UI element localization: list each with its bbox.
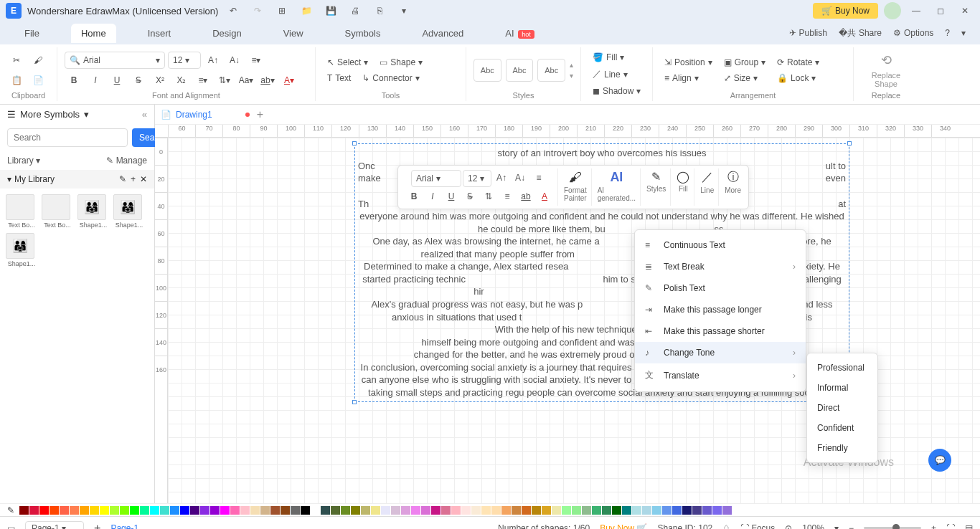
color-swatch[interactable] — [270, 506, 280, 515]
share-button[interactable]: �共 Share — [839, 27, 882, 39]
italic-button[interactable]: I — [86, 72, 105, 89]
library-dropdown[interactable]: Library ▾ — [7, 156, 40, 166]
collapse-ribbon-button[interactable]: ▾ — [961, 28, 966, 38]
shape-item[interactable]: Text Bo... — [42, 194, 73, 229]
color-swatch[interactable] — [622, 506, 631, 515]
resize-handle[interactable] — [352, 141, 357, 146]
float-align[interactable]: ≡ — [530, 170, 547, 186]
line-button[interactable]: ／ Line▾ — [588, 67, 645, 82]
chat-button[interactable]: 💬 — [928, 449, 951, 472]
tone-professional[interactable]: Professional — [807, 358, 877, 378]
color-swatch[interactable] — [682, 506, 692, 515]
color-swatch[interactable] — [391, 506, 400, 515]
undo-button[interactable]: ↶ — [224, 1, 242, 20]
strike-button[interactable]: S̶ — [129, 72, 148, 89]
shape-item[interactable]: Shape1... — [77, 194, 109, 229]
color-swatch[interactable] — [602, 506, 611, 515]
highlight-button[interactable]: ab▾ — [258, 72, 277, 89]
color-swatch[interactable] — [481, 506, 491, 515]
symbol-search-input[interactable] — [7, 128, 128, 147]
zoom-out[interactable]: − — [849, 523, 854, 530]
float-styles[interactable]: ✎Styles — [642, 168, 671, 206]
color-swatch[interactable] — [70, 506, 79, 515]
color-swatch[interactable] — [321, 506, 330, 515]
color-swatch[interactable] — [642, 506, 651, 515]
buy-now-mini[interactable]: Buy Now 🛒 — [600, 523, 647, 530]
page-tab[interactable]: Page-1 — [110, 523, 138, 530]
color-swatch[interactable] — [291, 506, 300, 515]
float-underline[interactable]: U — [443, 189, 460, 204]
color-swatch[interactable] — [341, 506, 350, 515]
layers-icon[interactable]: ♢ — [722, 523, 730, 530]
open-button[interactable]: 📁 — [297, 1, 316, 20]
font-color-button[interactable]: A▾ — [280, 72, 298, 89]
float-line[interactable]: ／Line — [696, 168, 719, 206]
color-swatch[interactable] — [431, 506, 440, 515]
tab-design[interactable]: Design — [202, 24, 251, 43]
canvas[interactable]: story of an introvert boy who overcomes … — [168, 138, 980, 503]
color-swatch[interactable] — [572, 506, 581, 515]
color-swatch[interactable] — [491, 506, 501, 515]
new-tab-button[interactable]: + — [257, 108, 263, 121]
color-swatch[interactable] — [451, 506, 461, 515]
float-ai-button[interactable]: AI AI generated... — [593, 168, 641, 206]
close-button[interactable]: ✕ — [956, 1, 974, 20]
float-more[interactable]: ⓘMore — [720, 168, 745, 206]
color-swatch[interactable] — [501, 506, 511, 515]
color-swatch[interactable] — [692, 506, 702, 515]
color-swatch[interactable] — [230, 506, 240, 515]
ctx-translate[interactable]: 文Translate› — [635, 363, 806, 387]
shape-item[interactable]: Shape1... — [6, 233, 37, 267]
help-button[interactable]: ? — [945, 28, 950, 38]
color-swatch[interactable] — [662, 506, 672, 515]
color-swatch[interactable] — [90, 506, 99, 515]
tab-symbols[interactable]: Symbols — [335, 24, 391, 43]
shape-item[interactable]: Shape1... — [113, 194, 145, 229]
case-button[interactable]: Aa▾ — [237, 72, 255, 89]
color-swatch[interactable] — [301, 506, 310, 515]
options-button[interactable]: ⚙ Options — [893, 28, 933, 38]
color-swatch[interactable] — [39, 506, 49, 515]
color-swatch[interactable] — [60, 506, 69, 515]
focus-button[interactable]: ⛶ Focus — [740, 523, 775, 530]
document-tab[interactable]: 📄 Drawing1 — [161, 110, 250, 120]
color-swatch[interactable] — [170, 506, 179, 515]
color-swatch[interactable] — [512, 506, 521, 515]
connector-tool[interactable]: ↳ Connector▾ — [358, 72, 423, 85]
position-button[interactable]: ⇲ Position▾ — [660, 56, 717, 69]
color-swatch[interactable] — [140, 506, 149, 515]
align-shapes-button[interactable]: ≡ Align▾ — [660, 72, 717, 85]
color-swatch[interactable] — [361, 506, 370, 515]
color-swatch[interactable] — [180, 506, 189, 515]
color-swatch[interactable] — [210, 506, 220, 515]
cut-button[interactable]: ✂ — [7, 52, 26, 69]
underline-button[interactable]: U — [108, 72, 126, 89]
color-swatch[interactable] — [522, 506, 531, 515]
ctx-text-break[interactable]: ≣Text Break› — [635, 256, 806, 277]
tab-advanced[interactable]: Advanced — [412, 24, 473, 43]
tab-view[interactable]: View — [273, 24, 314, 43]
color-swatch[interactable] — [240, 506, 250, 515]
bullet-button[interactable]: ≡▾ — [194, 72, 212, 89]
shadow-button[interactable]: ◼ Shadow▾ — [588, 85, 645, 97]
style-next[interactable]: ▾ — [570, 72, 573, 80]
style-preset-1[interactable]: Abc — [473, 59, 501, 82]
color-swatch[interactable] — [461, 506, 471, 515]
style-preset-3[interactable]: Abc — [537, 59, 565, 82]
align-button[interactable]: ≡▾ — [247, 52, 265, 69]
page-layout-icon[interactable]: ▭ — [7, 523, 15, 530]
color-swatch[interactable] — [401, 506, 410, 515]
color-swatch[interactable] — [532, 506, 541, 515]
float-bullet[interactable]: ≡ — [499, 189, 516, 204]
ctx-make-shorter[interactable]: ⇤Make this passage shorter — [635, 320, 806, 342]
float-italic[interactable]: I — [424, 189, 441, 204]
paste-button[interactable]: 📄 — [29, 72, 47, 89]
decrease-font-button[interactable]: A↓ — [225, 52, 244, 69]
maximize-button[interactable]: ◻ — [931, 1, 950, 20]
lib-edit-icon[interactable]: ✎ — [119, 174, 126, 184]
color-swatch[interactable] — [351, 506, 360, 515]
float-inc-font[interactable]: A↑ — [493, 170, 510, 186]
color-swatch[interactable] — [100, 506, 109, 515]
tab-home[interactable]: Home — [71, 24, 116, 43]
color-swatch[interactable] — [702, 506, 712, 515]
